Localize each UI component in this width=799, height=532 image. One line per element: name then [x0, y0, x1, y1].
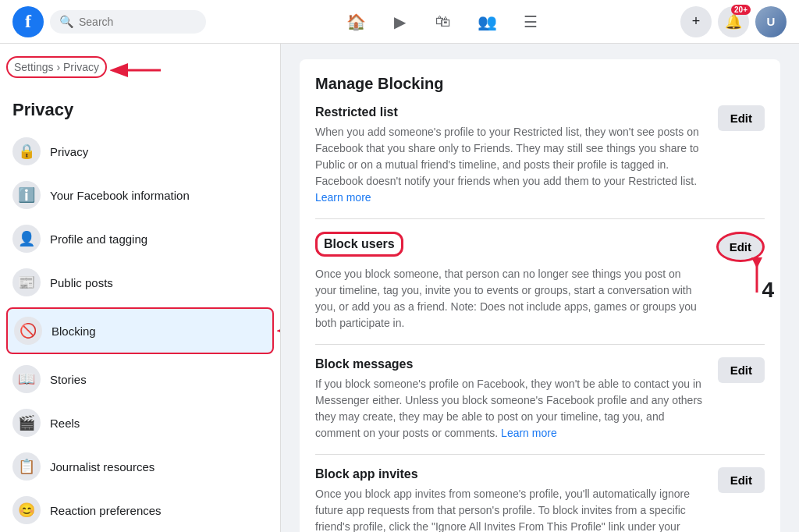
breadcrumb[interactable]: Settings › Privacy	[6, 56, 107, 78]
stories-icon: 📖	[12, 365, 41, 393]
sidebar-label-profile-tagging: Profile and tagging	[50, 232, 147, 246]
block-app-invites-desc: Once you block app invites from someone'…	[315, 486, 705, 532]
notification-badge: 20+	[731, 5, 751, 15]
sidebar-label-reels: Reels	[50, 417, 80, 430]
main-content: Manage Blocking Restricted list When you…	[281, 44, 799, 532]
block-users-header: Block users Once you block someone, that…	[315, 232, 765, 332]
search-icon: 🔍	[59, 15, 74, 29]
content-card: Manage Blocking Restricted list When you…	[300, 59, 780, 532]
video-icon[interactable]: ▶	[381, 3, 418, 41]
block-users-highlight: Block users	[315, 232, 403, 257]
step-number: 4	[762, 278, 774, 303]
sidebar-item-facebook-info[interactable]: ℹ️ Your Facebook information	[6, 173, 274, 217]
block-messages-section: Block messages If you block someone's pr…	[315, 357, 765, 455]
privacy-icon: 🔒	[12, 137, 41, 165]
sidebar-item-reactions[interactable]: 😊 Reaction preferences	[6, 488, 274, 532]
block-messages-info: Block messages If you block someone's pr…	[315, 357, 705, 442]
sidebar-label-stories: Stories	[50, 373, 87, 386]
avatar[interactable]: U	[755, 6, 787, 37]
search-input[interactable]	[79, 16, 197, 28]
block-users-edit-wrapper: Edit 4	[716, 232, 765, 262]
journalist-icon: 📋	[12, 452, 41, 481]
sidebar-item-profile-tagging[interactable]: 👤 Profile and tagging	[6, 217, 274, 261]
blocking-icon: 🚫	[14, 317, 42, 345]
breadcrumb-arrow	[110, 62, 165, 78]
home-icon[interactable]: 🏠	[337, 3, 375, 41]
public-posts-icon: 📰	[12, 268, 41, 296]
restricted-list-edit-button[interactable]: Edit	[718, 105, 765, 131]
groups-icon[interactable]: 👥	[468, 3, 506, 41]
block-messages-title: Block messages	[315, 357, 705, 371]
sidebar-label-journalist: Journalist resources	[50, 460, 154, 473]
restricted-list-learn-more[interactable]: Learn more	[315, 191, 371, 204]
sidebar-title: Privacy	[6, 94, 274, 129]
main-layout: Settings › Privacy Privacy 🔒 Privacy ℹ️ …	[0, 44, 799, 532]
nav-right: + 🔔 20+ U	[680, 6, 787, 37]
sidebar-item-stories[interactable]: 📖 Stories	[6, 357, 274, 401]
page-title: Manage Blocking	[315, 75, 765, 93]
block-app-invites-info: Block app invites Once you block app inv…	[315, 467, 705, 532]
marketplace-icon[interactable]: 🛍	[424, 3, 462, 41]
block-app-invites-section: Block app invites Once you block app inv…	[315, 467, 765, 532]
block-messages-learn-more[interactable]: Learn more	[501, 427, 557, 439]
block-users-info: Block users Once you block someone, that…	[315, 232, 704, 332]
sidebar-label-reactions: Reaction preferences	[50, 504, 162, 517]
restricted-list-info: Restricted list When you add someone's p…	[315, 105, 705, 206]
block-users-section: Block users Once you block someone, that…	[315, 232, 765, 345]
block-users-title-wrapper: Block users	[315, 232, 704, 261]
sidebar-item-journalist[interactable]: 📋 Journalist resources	[6, 445, 274, 488]
restricted-list-header: Restricted list When you add someone's p…	[315, 105, 765, 206]
block-users-title: Block users	[324, 237, 395, 250]
facebook-info-icon: ℹ️	[12, 181, 41, 209]
block-app-invites-title: Block app invites	[315, 467, 705, 481]
sidebar-label-public-posts: Public posts	[50, 276, 113, 289]
facebook-logo[interactable]: f	[12, 6, 44, 37]
restricted-list-desc: When you add someone's profile to your R…	[315, 124, 705, 206]
sidebar-label-blocking: Blocking	[51, 325, 96, 338]
sidebar-item-public-posts[interactable]: 📰 Public posts	[6, 261, 274, 304]
block-messages-desc: If you block someone's profile on Facebo…	[315, 376, 705, 442]
search-box[interactable]: 🔍	[50, 10, 206, 34]
sidebar-nav: 🔒 Privacy ℹ️ Your Facebook information 👤…	[6, 129, 274, 532]
reels-icon: 🎬	[12, 409, 41, 437]
profile-tagging-icon: 👤	[12, 225, 41, 253]
restricted-list-title: Restricted list	[315, 105, 705, 119]
reactions-icon: 😊	[12, 496, 41, 524]
notifications-button[interactable]: 🔔 20+	[718, 6, 749, 37]
block-users-desc: Once you block someone, that person can …	[315, 266, 704, 332]
sidebar-item-reels[interactable]: 🎬 Reels	[6, 401, 274, 445]
block-messages-edit-button[interactable]: Edit	[718, 357, 765, 383]
block-messages-header: Block messages If you block someone's pr…	[315, 357, 765, 442]
block-app-invites-header: Block app invites Once you block app inv…	[315, 467, 765, 532]
sidebar: Settings › Privacy Privacy 🔒 Privacy ℹ️ …	[0, 44, 281, 532]
sidebar-item-privacy[interactable]: 🔒 Privacy	[6, 129, 274, 173]
nav-icons: 🏠 ▶ 🛍 👥 ☰	[212, 3, 674, 41]
add-button[interactable]: +	[680, 6, 712, 37]
restricted-list-section: Restricted list When you add someone's p…	[315, 105, 765, 219]
sidebar-label-facebook-info: Your Facebook information	[50, 189, 190, 202]
edit-arrow: 4	[741, 257, 772, 296]
menu-icon[interactable]: ☰	[512, 3, 549, 41]
sidebar-item-blocking[interactable]: 🚫 Blocking	[6, 307, 274, 354]
block-app-invites-edit-button[interactable]: Edit	[718, 467, 765, 493]
sidebar-label-privacy: Privacy	[50, 145, 88, 158]
top-navigation: f 🔍 🏠 ▶ 🛍 👥 ☰ + 🔔 20+ U	[0, 0, 799, 44]
